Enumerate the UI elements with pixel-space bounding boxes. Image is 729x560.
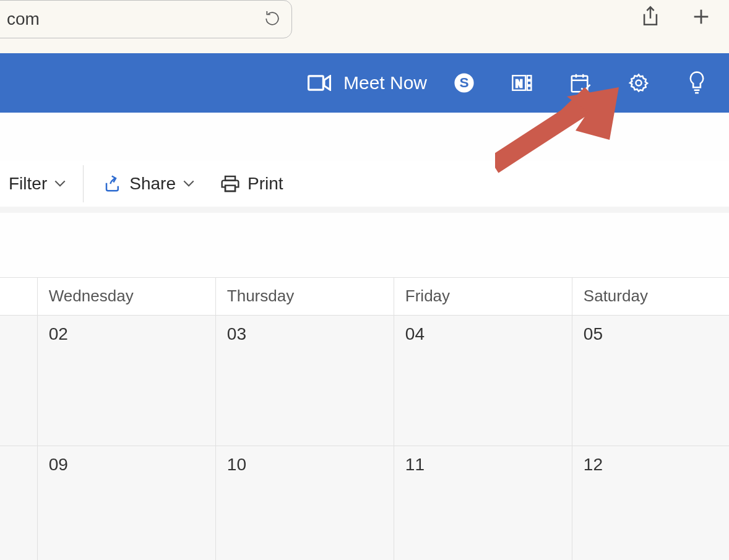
svg-rect-19 bbox=[225, 186, 235, 191]
calendar-cell[interactable]: 12 bbox=[572, 446, 729, 560]
settings-icon[interactable] bbox=[625, 69, 652, 97]
calendar-toolbar: Filter Share Print bbox=[0, 161, 729, 207]
skype-icon[interactable]: S bbox=[451, 69, 478, 97]
meet-now-button[interactable]: Meet Now bbox=[308, 72, 427, 93]
onenote-icon[interactable]: N bbox=[509, 69, 536, 97]
share-button[interactable]: Share bbox=[100, 174, 198, 194]
divider bbox=[83, 165, 84, 202]
calendar-check-icon[interactable] bbox=[567, 69, 594, 97]
svg-point-15 bbox=[636, 80, 641, 85]
url-fragment: com bbox=[0, 9, 291, 29]
reload-icon[interactable] bbox=[262, 8, 283, 29]
browser-share-icon[interactable] bbox=[637, 4, 663, 30]
calendar-cell[interactable]: 09 bbox=[38, 446, 216, 560]
address-bar[interactable]: com bbox=[0, 0, 292, 38]
calendar-header-cell bbox=[0, 278, 38, 315]
svg-rect-8 bbox=[527, 75, 532, 80]
calendar-header-cell: Thursday bbox=[216, 278, 394, 315]
video-icon bbox=[308, 75, 331, 91]
calendar-cell[interactable]: 03 bbox=[216, 316, 394, 446]
calendar-cell[interactable]: 11 bbox=[394, 446, 572, 560]
filter-label: Filter bbox=[9, 174, 47, 194]
print-label: Print bbox=[248, 174, 283, 194]
calendar-cell[interactable]: 10 bbox=[216, 446, 394, 560]
app-header: Meet Now S N bbox=[0, 53, 729, 113]
svg-text:S: S bbox=[459, 74, 468, 90]
share-label: Share bbox=[129, 174, 176, 194]
share-arrow-icon bbox=[103, 174, 122, 193]
print-button[interactable]: Print bbox=[217, 174, 287, 194]
calendar-header-cell: Friday bbox=[394, 278, 572, 315]
calendar-cell[interactable]: 05 bbox=[572, 316, 729, 446]
svg-rect-2 bbox=[309, 76, 324, 90]
chevron-down-icon bbox=[54, 180, 66, 187]
svg-text:N: N bbox=[515, 79, 522, 89]
calendar-header-cell: Saturday bbox=[572, 278, 729, 315]
meet-now-label: Meet Now bbox=[343, 72, 427, 93]
calendar-grid: Wednesday Thursday Friday Saturday 02 03… bbox=[0, 277, 729, 560]
calendar-cell[interactable] bbox=[0, 316, 38, 446]
svg-rect-9 bbox=[527, 81, 532, 85]
lightbulb-icon[interactable] bbox=[683, 69, 710, 97]
calendar-cell[interactable]: 04 bbox=[394, 316, 572, 446]
svg-rect-10 bbox=[527, 86, 532, 90]
printer-icon bbox=[220, 174, 240, 194]
calendar-cell[interactable] bbox=[0, 446, 38, 560]
calendar-header-cell: Wednesday bbox=[38, 278, 216, 315]
calendar-cell[interactable]: 02 bbox=[38, 316, 216, 446]
svg-marker-3 bbox=[324, 76, 330, 90]
chevron-down-icon bbox=[183, 180, 194, 187]
new-tab-icon[interactable] bbox=[688, 4, 714, 30]
filter-button[interactable]: Filter bbox=[5, 174, 69, 194]
